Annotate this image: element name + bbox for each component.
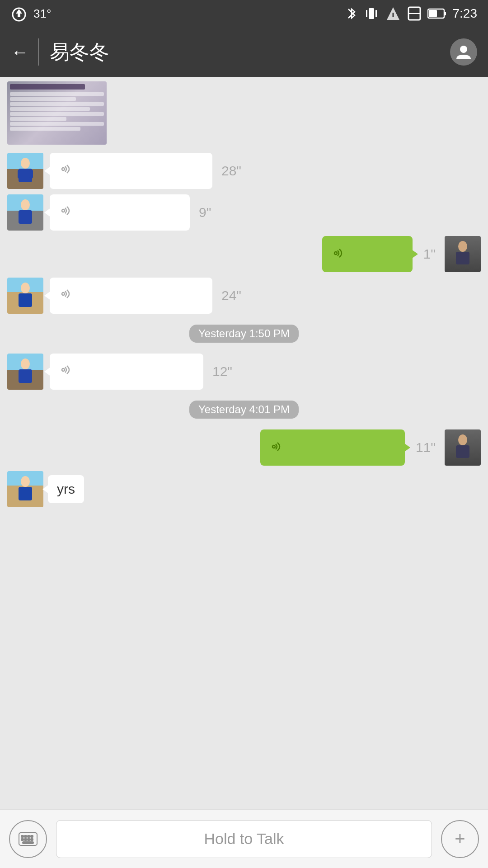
svg-rect-41 [31,835,33,837]
voice-msg-24: 24" [7,278,481,314]
status-right: 7:23 [345,5,478,22]
svg-point-30 [62,368,65,371]
svg-rect-36 [19,487,32,500]
voice-msg-1: 1" [7,236,481,272]
text-content: yrs [57,481,75,496]
duration-24: 24" [221,288,241,303]
voice-bubble-incoming[interactable] [50,153,212,189]
voice-msg-11: 11" [7,429,481,466]
contact-name: 易冬冬 [50,39,450,66]
svg-rect-38 [21,835,23,837]
avatar-other-2 [7,194,43,231]
voice-msg-28: 28" [7,153,481,189]
shared-image[interactable] [7,81,107,145]
chat-area: 28" 9" [0,77,488,809]
voice-bubble-outgoing-2[interactable] [260,429,405,466]
svg-point-23 [460,242,465,247]
nav-divider [38,38,39,66]
voice-bubble-incoming-2[interactable] [50,194,190,231]
hold-to-talk-label: Hold to Talk [204,830,284,848]
voice-wave-icon-out-2 [269,439,287,457]
svg-point-27 [62,292,65,295]
svg-rect-43 [24,839,27,840]
duration-28: 28" [221,163,241,179]
avatar-other [7,153,43,189]
svg-rect-39 [24,835,27,837]
time: 7:23 [453,6,478,21]
svg-point-28 [21,359,30,369]
voice-wave-icon-3 [59,286,75,306]
sim-icon [408,5,421,22]
svg-marker-1 [16,9,22,17]
back-button[interactable]: ← [11,42,29,62]
voice-wave-icon-2 [59,203,75,222]
svg-rect-15 [18,170,21,179]
svg-rect-2 [369,8,374,19]
keyboard-icon [18,832,38,846]
plus-icon: + [455,829,465,849]
upload-icon [11,5,27,22]
timestamp-text-1: Yesterday 1:50 PM [189,325,299,343]
text-msg-yrs: yrs [7,471,481,507]
voice-wave-icon-out [331,245,349,263]
svg-point-12 [460,46,467,53]
svg-rect-3 [366,10,367,17]
avatar-other-5 [7,471,43,507]
svg-rect-42 [21,839,23,840]
voice-msg-9: 9" [7,194,481,231]
timestamp-yesterday-401: Yesterday 4:01 PM [7,401,481,419]
svg-rect-44 [28,839,30,840]
voice-bubble-outgoing-1[interactable] [322,236,413,272]
svg-rect-29 [19,369,32,383]
signal-icon [385,5,401,22]
voice-bubble-incoming-3[interactable] [50,278,212,314]
duration-9: 9" [199,205,211,220]
svg-point-18 [21,199,30,210]
vibrate-icon [364,5,379,22]
timestamp-text-2: Yesterday 4:01 PM [189,401,299,419]
avatar-me-2 [445,429,481,466]
plus-button[interactable]: + [441,820,479,858]
svg-point-13 [21,158,30,169]
keyboard-button[interactable] [9,820,47,858]
svg-rect-40 [28,835,30,837]
voice-msg-12: 12" [7,354,481,390]
shared-image-message [7,81,481,145]
bottom-bar: Hold to Talk + [0,809,488,868]
svg-point-35 [21,476,30,487]
svg-point-17 [62,168,65,170]
svg-point-25 [21,283,30,293]
voice-wave-icon [59,161,75,181]
svg-point-33 [460,435,465,441]
svg-point-20 [62,209,65,212]
svg-rect-4 [375,10,377,17]
voice-bubble-incoming-4[interactable] [50,354,203,390]
duration-11: 11" [416,440,436,455]
svg-point-24 [334,252,337,255]
svg-rect-22 [456,252,469,264]
svg-rect-46 [23,842,33,844]
svg-rect-19 [19,210,32,224]
svg-rect-26 [19,293,32,307]
duration-1: 1" [423,246,436,262]
voice-wave-icon-4 [59,362,75,382]
text-bubble-yrs[interactable]: yrs [48,475,84,503]
avatar-other-4 [7,354,43,390]
battery-icon [427,8,446,19]
avatar-me [445,236,481,272]
bluetooth-icon [345,5,358,22]
svg-rect-10 [429,10,437,17]
svg-rect-45 [31,839,33,840]
avatar-other-3 [7,278,43,314]
profile-button[interactable] [450,38,477,66]
hold-to-talk-button[interactable]: Hold to Talk [56,820,432,858]
svg-rect-32 [456,445,469,458]
svg-rect-11 [445,12,446,15]
nav-bar: ← 易冬冬 [0,27,488,77]
duration-12: 12" [212,364,232,379]
temperature: 31° [33,7,51,21]
svg-rect-16 [29,170,33,179]
status-left: 31° [11,5,51,22]
timestamp-yesterday-150: Yesterday 1:50 PM [7,325,481,343]
status-bar: 31° 7:23 [0,0,488,27]
